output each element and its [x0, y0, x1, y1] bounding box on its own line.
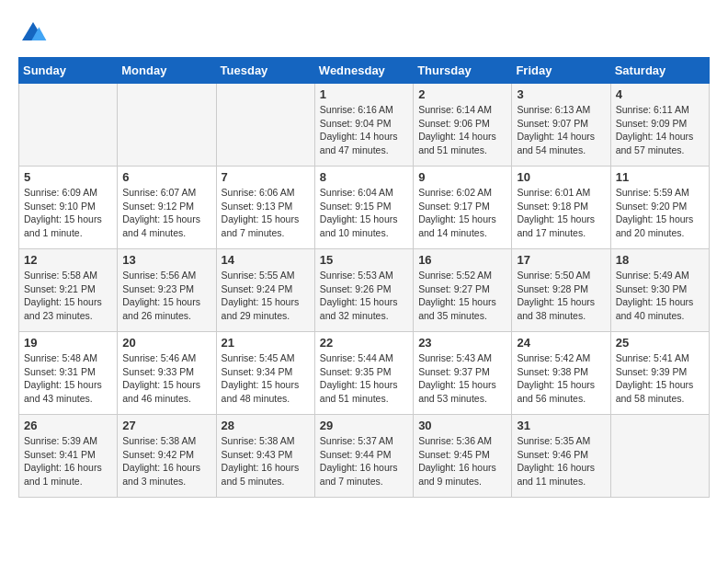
- day-number: 5: [24, 170, 112, 184]
- cell-info: Sunrise: 5:53 AMSunset: 9:26 PMDaylight:…: [320, 269, 408, 323]
- cell-info: Sunrise: 5:38 AMSunset: 9:43 PMDaylight:…: [222, 434, 310, 488]
- day-number: 3: [517, 87, 605, 101]
- calendar-cell: 13Sunrise: 5:56 AMSunset: 9:23 PMDayligh…: [118, 249, 216, 332]
- cell-info: Sunrise: 5:45 AMSunset: 9:34 PMDaylight:…: [222, 351, 310, 406]
- cell-info: Sunrise: 5:39 AMSunset: 9:41 PMDaylight:…: [24, 434, 112, 488]
- logo-icon: [18, 18, 48, 48]
- calendar-table: SundayMondayTuesdayWednesdayThursdayFrid…: [18, 57, 710, 498]
- calendar-cell: 4Sunrise: 6:11 AMSunset: 9:09 PMDaylight…: [610, 84, 709, 167]
- calendar-cell: [216, 84, 314, 167]
- day-header-monday: Monday: [118, 58, 216, 84]
- cell-info: Sunrise: 6:02 AMSunset: 9:17 PMDaylight:…: [418, 186, 506, 240]
- cell-info: Sunrise: 5:36 AMSunset: 9:45 PMDaylight:…: [418, 434, 506, 488]
- cell-info: Sunrise: 5:44 AMSunset: 9:35 PMDaylight:…: [320, 351, 408, 406]
- calendar-cell: 11Sunrise: 5:59 AMSunset: 9:20 PMDayligh…: [610, 167, 709, 249]
- cell-info: Sunrise: 6:04 AMSunset: 9:15 PMDaylight:…: [320, 186, 408, 240]
- cell-info: Sunrise: 5:52 AMSunset: 9:27 PMDaylight:…: [418, 269, 506, 323]
- day-number: 15: [320, 253, 408, 267]
- cell-info: Sunrise: 5:55 AMSunset: 9:24 PMDaylight:…: [222, 269, 310, 323]
- cell-info: Sunrise: 5:43 AMSunset: 9:37 PMDaylight:…: [418, 351, 506, 406]
- day-number: 19: [24, 336, 112, 350]
- day-number: 9: [418, 170, 506, 184]
- calendar-cell: 21Sunrise: 5:45 AMSunset: 9:34 PMDayligh…: [216, 332, 314, 415]
- day-header-wednesday: Wednesday: [314, 58, 413, 84]
- calendar-cell: 2Sunrise: 6:14 AMSunset: 9:06 PMDaylight…: [414, 84, 512, 167]
- calendar-cell: 7Sunrise: 6:06 AMSunset: 9:13 PMDaylight…: [216, 167, 314, 249]
- day-number: 4: [616, 87, 704, 101]
- day-number: 22: [320, 336, 408, 350]
- day-number: 14: [222, 253, 310, 267]
- cell-info: Sunrise: 5:46 AMSunset: 9:33 PMDaylight:…: [122, 351, 210, 406]
- week-row-5: 26Sunrise: 5:39 AMSunset: 9:41 PMDayligh…: [19, 415, 710, 498]
- calendar-cell: 19Sunrise: 5:48 AMSunset: 9:31 PMDayligh…: [19, 332, 118, 415]
- calendar-cell: 26Sunrise: 5:39 AMSunset: 9:41 PMDayligh…: [19, 415, 118, 498]
- calendar-cell: 17Sunrise: 5:50 AMSunset: 9:28 PMDayligh…: [512, 249, 610, 332]
- day-number: 20: [122, 336, 210, 350]
- calendar-cell: 15Sunrise: 5:53 AMSunset: 9:26 PMDayligh…: [314, 249, 413, 332]
- day-header-thursday: Thursday: [414, 58, 512, 84]
- day-number: 2: [418, 87, 506, 101]
- calendar-cell: [118, 84, 216, 167]
- day-number: 16: [418, 253, 506, 267]
- calendar-cell: 1Sunrise: 6:16 AMSunset: 9:04 PMDaylight…: [314, 84, 413, 167]
- calendar-cell: 9Sunrise: 6:02 AMSunset: 9:17 PMDaylight…: [414, 167, 512, 249]
- calendar-cell: 20Sunrise: 5:46 AMSunset: 9:33 PMDayligh…: [118, 332, 216, 415]
- day-number: 12: [24, 253, 112, 267]
- cell-info: Sunrise: 6:14 AMSunset: 9:06 PMDaylight:…: [418, 103, 506, 157]
- logo: [18, 18, 51, 48]
- cell-info: Sunrise: 5:42 AMSunset: 9:38 PMDaylight:…: [517, 351, 605, 406]
- cell-info: Sunrise: 6:06 AMSunset: 9:13 PMDaylight:…: [222, 186, 310, 240]
- cell-info: Sunrise: 5:37 AMSunset: 9:44 PMDaylight:…: [320, 434, 408, 488]
- header-row: SundayMondayTuesdayWednesdayThursdayFrid…: [19, 58, 710, 84]
- day-number: 6: [122, 170, 210, 184]
- day-number: 21: [222, 336, 310, 350]
- calendar-cell: 14Sunrise: 5:55 AMSunset: 9:24 PMDayligh…: [216, 249, 314, 332]
- calendar-cell: 23Sunrise: 5:43 AMSunset: 9:37 PMDayligh…: [414, 332, 512, 415]
- day-header-friday: Friday: [512, 58, 610, 84]
- day-number: 23: [418, 336, 506, 350]
- cell-info: Sunrise: 5:59 AMSunset: 9:20 PMDaylight:…: [616, 186, 704, 240]
- week-row-4: 19Sunrise: 5:48 AMSunset: 9:31 PMDayligh…: [19, 332, 710, 415]
- day-number: 8: [320, 170, 408, 184]
- cell-info: Sunrise: 5:58 AMSunset: 9:21 PMDaylight:…: [24, 269, 112, 323]
- cell-info: Sunrise: 5:56 AMSunset: 9:23 PMDaylight:…: [122, 269, 210, 323]
- day-number: 28: [222, 419, 310, 432]
- cell-info: Sunrise: 5:50 AMSunset: 9:28 PMDaylight:…: [517, 269, 605, 323]
- day-header-saturday: Saturday: [610, 58, 709, 84]
- cell-info: Sunrise: 5:49 AMSunset: 9:30 PMDaylight:…: [616, 269, 704, 323]
- calendar-cell: 24Sunrise: 5:42 AMSunset: 9:38 PMDayligh…: [512, 332, 610, 415]
- cell-info: Sunrise: 6:09 AMSunset: 9:10 PMDaylight:…: [24, 186, 112, 240]
- cell-info: Sunrise: 5:35 AMSunset: 9:46 PMDaylight:…: [517, 434, 605, 488]
- calendar-cell: 8Sunrise: 6:04 AMSunset: 9:15 PMDaylight…: [314, 167, 413, 249]
- day-number: 24: [517, 336, 605, 350]
- day-header-sunday: Sunday: [19, 58, 118, 84]
- calendar-cell: 27Sunrise: 5:38 AMSunset: 9:42 PMDayligh…: [118, 415, 216, 498]
- day-number: 30: [418, 419, 506, 432]
- week-row-2: 5Sunrise: 6:09 AMSunset: 9:10 PMDaylight…: [19, 167, 710, 249]
- day-number: 13: [122, 253, 210, 267]
- cell-info: Sunrise: 6:01 AMSunset: 9:18 PMDaylight:…: [517, 186, 605, 240]
- week-row-1: 1Sunrise: 6:16 AMSunset: 9:04 PMDaylight…: [19, 84, 710, 167]
- cell-info: Sunrise: 6:16 AMSunset: 9:04 PMDaylight:…: [320, 103, 408, 157]
- day-number: 1: [320, 87, 408, 101]
- calendar-cell: 28Sunrise: 5:38 AMSunset: 9:43 PMDayligh…: [216, 415, 314, 498]
- calendar-cell: 3Sunrise: 6:13 AMSunset: 9:07 PMDaylight…: [512, 84, 610, 167]
- calendar-cell: 29Sunrise: 5:37 AMSunset: 9:44 PMDayligh…: [314, 415, 413, 498]
- day-number: 7: [222, 170, 310, 184]
- day-header-tuesday: Tuesday: [216, 58, 314, 84]
- cell-info: Sunrise: 5:48 AMSunset: 9:31 PMDaylight:…: [24, 351, 112, 406]
- cell-info: Sunrise: 5:41 AMSunset: 9:39 PMDaylight:…: [616, 351, 704, 406]
- calendar-cell: 5Sunrise: 6:09 AMSunset: 9:10 PMDaylight…: [19, 167, 118, 249]
- calendar-cell: 18Sunrise: 5:49 AMSunset: 9:30 PMDayligh…: [610, 249, 709, 332]
- calendar-cell: 31Sunrise: 5:35 AMSunset: 9:46 PMDayligh…: [512, 415, 610, 498]
- day-number: 26: [24, 419, 112, 432]
- calendar-cell: [19, 84, 118, 167]
- calendar-cell: [610, 415, 709, 498]
- calendar-cell: 12Sunrise: 5:58 AMSunset: 9:21 PMDayligh…: [19, 249, 118, 332]
- cell-info: Sunrise: 5:38 AMSunset: 9:42 PMDaylight:…: [122, 434, 210, 488]
- day-number: 18: [616, 253, 704, 267]
- calendar-cell: 30Sunrise: 5:36 AMSunset: 9:45 PMDayligh…: [414, 415, 512, 498]
- day-number: 25: [616, 336, 704, 350]
- calendar-cell: 6Sunrise: 6:07 AMSunset: 9:12 PMDaylight…: [118, 167, 216, 249]
- day-number: 29: [320, 419, 408, 432]
